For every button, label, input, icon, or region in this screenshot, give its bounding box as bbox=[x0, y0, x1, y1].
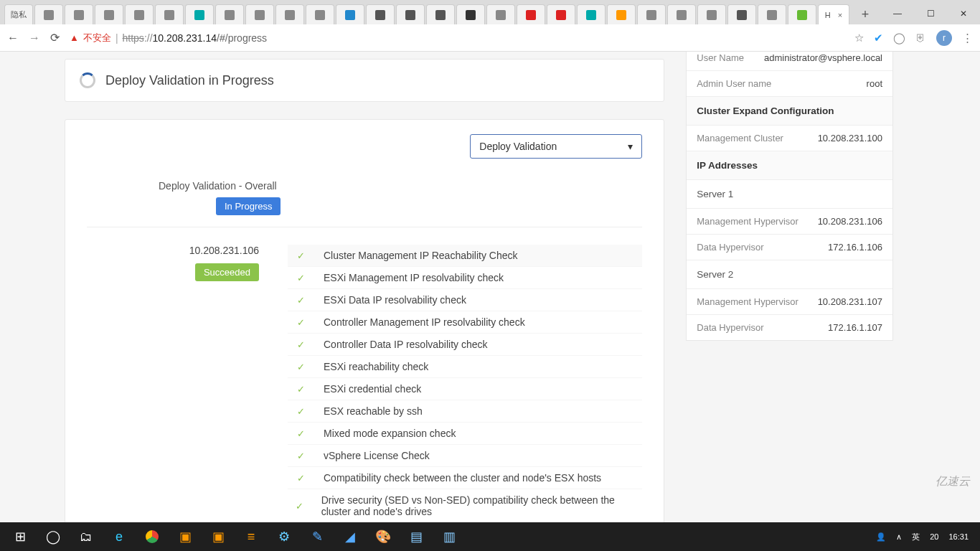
browser-tab[interactable]: 隐私 bbox=[4, 4, 33, 24]
windows-taskbar: ⊞ ◯ 🗂 e ▣ ▣ ≡ ⚙ ✎ ◢ 🎨 ▤ ▥ 👤 ∧ 英 20 16:31 bbox=[0, 522, 980, 551]
tray-people-icon[interactable]: 👤 bbox=[876, 532, 886, 542]
new-tab-button[interactable]: + bbox=[851, 4, 880, 24]
window-minimize-button[interactable]: — bbox=[881, 3, 914, 24]
kv-row: Management Cluster10.208.231.100 bbox=[687, 125, 892, 151]
browser-tab-strip: 隐私 H × + — ☐ ✕ bbox=[0, 0, 980, 24]
validation-card: Deploy Validation ▾ Deploy Validation - … bbox=[65, 119, 664, 522]
browser-tab[interactable] bbox=[577, 4, 606, 24]
check-label: ESX reachable by ssh bbox=[324, 405, 423, 417]
browser-tab[interactable] bbox=[486, 4, 515, 24]
browser-tab[interactable] bbox=[185, 4, 214, 24]
check-success-icon: ✓ bbox=[295, 339, 306, 350]
check-row: ✓Controller Data IP resolvability check bbox=[288, 334, 642, 356]
check-success-icon: ✓ bbox=[295, 250, 306, 261]
check-success-icon: ✓ bbox=[295, 428, 306, 439]
kv-row: Data Hypervisor172.16.1.107 bbox=[687, 314, 892, 340]
check-row: ✓vSphere License Check bbox=[288, 445, 642, 467]
browser-tab-active[interactable]: H × bbox=[818, 4, 849, 24]
window-maximize-button[interactable]: ☐ bbox=[914, 3, 947, 24]
window-close-button[interactable]: ✕ bbox=[947, 3, 980, 24]
check-row: ✓Mixed mode expansion check bbox=[288, 423, 642, 445]
app-icon[interactable]: ▣ bbox=[169, 522, 201, 551]
page-title: Deploy Validation in Progress bbox=[105, 73, 274, 88]
check-success-icon: ✓ bbox=[295, 317, 306, 328]
check-row: ✓Compatibility check between the cluster… bbox=[288, 467, 642, 489]
check-label: Controller Data IP resolvability check bbox=[324, 339, 488, 350]
check-label: ESXi Data IP resolvability check bbox=[324, 294, 466, 306]
extension-icon[interactable]: ✔ bbox=[874, 32, 883, 44]
browser-tab[interactable] bbox=[667, 4, 696, 24]
browser-tab[interactable] bbox=[366, 4, 395, 24]
kv-row: Admin User nameroot bbox=[687, 70, 892, 96]
app-icon[interactable]: ▤ bbox=[400, 522, 432, 551]
section-title: Cluster Expand Configuration bbox=[687, 96, 892, 125]
close-icon[interactable]: × bbox=[838, 11, 842, 19]
browser-tab[interactable] bbox=[275, 4, 304, 24]
app-icon[interactable]: ▥ bbox=[433, 522, 465, 551]
browser-tab[interactable] bbox=[607, 4, 636, 24]
app-icon[interactable]: ◢ bbox=[334, 522, 366, 551]
check-success-icon: ✓ bbox=[295, 473, 306, 484]
browser-tab[interactable] bbox=[456, 4, 485, 24]
browser-tab[interactable] bbox=[65, 4, 93, 24]
browser-tab[interactable] bbox=[547, 4, 575, 24]
browser-tab[interactable] bbox=[336, 4, 364, 24]
check-row: ✓ESXi Management IP resolvability check bbox=[288, 267, 642, 289]
browser-tab[interactable] bbox=[155, 4, 184, 24]
check-row: ✓ESXi reachability check bbox=[288, 356, 642, 378]
browser-tab[interactable] bbox=[697, 4, 726, 24]
check-label: ESXi credential check bbox=[324, 383, 421, 395]
menu-icon[interactable]: ⋮ bbox=[962, 32, 973, 44]
cortana-icon[interactable]: ◯ bbox=[37, 522, 69, 551]
browser-tab[interactable] bbox=[758, 4, 786, 24]
insecure-icon: ▲ bbox=[70, 32, 79, 43]
kv-row: Management Hypervisor10.208.231.106 bbox=[687, 208, 892, 234]
file-explorer-icon[interactable]: 🗂 bbox=[70, 522, 102, 551]
app-icon[interactable]: ⚙ bbox=[268, 522, 300, 551]
browser-tab[interactable] bbox=[426, 4, 455, 24]
check-row: ✓ESXi credential check bbox=[288, 378, 642, 400]
bookmark-icon[interactable]: ☆ bbox=[854, 32, 864, 44]
check-label: Controller Management IP resolvability c… bbox=[324, 316, 525, 328]
browser-tab[interactable] bbox=[125, 4, 154, 24]
check-success-icon: ✓ bbox=[295, 384, 306, 395]
extension-icon[interactable]: ◯ bbox=[893, 32, 905, 44]
app-icon[interactable]: ≡ bbox=[235, 522, 267, 551]
back-button[interactable]: ← bbox=[7, 32, 19, 44]
tray-caret-icon[interactable]: ∧ bbox=[896, 532, 902, 542]
tab-label: H bbox=[825, 11, 831, 19]
browser-tab[interactable] bbox=[517, 4, 545, 24]
app-icon[interactable]: 🎨 bbox=[367, 522, 399, 551]
check-label: ESXi Management IP resolvability check bbox=[324, 272, 504, 283]
browser-tab[interactable] bbox=[245, 4, 274, 24]
browser-tab[interactable] bbox=[34, 4, 63, 24]
browser-tab[interactable] bbox=[788, 4, 816, 24]
shield-icon[interactable]: ⛨ bbox=[915, 32, 926, 44]
browser-tab[interactable] bbox=[396, 4, 425, 24]
tray-ime[interactable]: 英 bbox=[912, 532, 920, 542]
validation-type-select[interactable]: Deploy Validation ▾ bbox=[470, 134, 642, 159]
watermark: 亿速云 bbox=[936, 474, 970, 489]
page-viewport: Deploy Validation in Progress Deploy Val… bbox=[0, 52, 980, 522]
address-bar[interactable]: ▲ 不安全 | https://10.208.231.14/#/progress bbox=[70, 32, 844, 44]
server-ip: 10.208.231.106 bbox=[87, 245, 259, 256]
browser-tab[interactable] bbox=[637, 4, 666, 24]
kv-row: User Nameadministrator@vsphere.local bbox=[687, 52, 892, 70]
start-button[interactable]: ⊞ bbox=[4, 522, 36, 551]
overall-status-row: Deploy Validation - Overall In Progress bbox=[87, 180, 642, 227]
forward-button[interactable]: → bbox=[29, 32, 40, 44]
select-label: Deploy Validation bbox=[479, 141, 557, 152]
chrome-icon[interactable] bbox=[136, 522, 168, 551]
profile-avatar[interactable]: r bbox=[936, 30, 952, 46]
browser-tab[interactable] bbox=[727, 4, 756, 24]
ie-icon[interactable]: e bbox=[103, 522, 135, 551]
app-icon[interactable]: ▣ bbox=[202, 522, 234, 551]
app-icon[interactable]: ✎ bbox=[301, 522, 333, 551]
browser-tab[interactable] bbox=[215, 4, 244, 24]
reload-button[interactable]: ⟳ bbox=[50, 31, 60, 44]
check-success-icon: ✓ bbox=[295, 406, 306, 417]
check-success-icon: ✓ bbox=[295, 273, 306, 283]
browser-tab[interactable] bbox=[306, 4, 334, 24]
browser-tab[interactable] bbox=[95, 4, 123, 24]
tray-clock[interactable]: 16:31 bbox=[948, 532, 969, 541]
